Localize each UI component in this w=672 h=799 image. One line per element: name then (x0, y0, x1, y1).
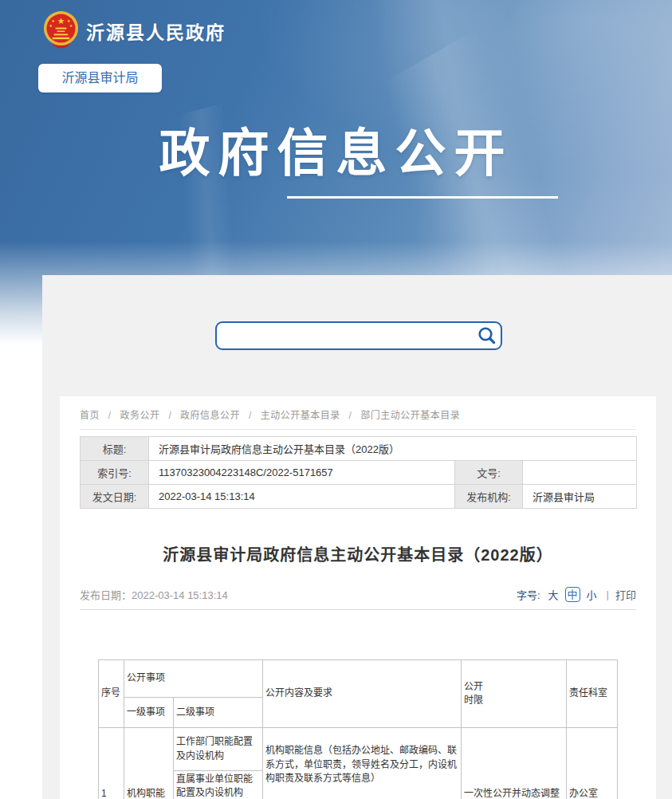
search-box (215, 321, 502, 350)
breadcrumb-item[interactable]: 政务公开 (120, 410, 160, 421)
breadcrumb-separator: / (108, 410, 112, 421)
national-emblem-icon: ★ ★ ★ ★ ★ (42, 10, 80, 51)
banner-title-underline (287, 196, 558, 199)
breadcrumb-separator: / (168, 410, 171, 421)
cell-serial-no: 1 (98, 728, 124, 799)
svg-text:★: ★ (52, 19, 56, 23)
document-meta-table: 标题: 沂源县审计局政府信息主动公开基本目录（2022版） 索引号: 11370… (80, 436, 637, 509)
publish-date: 发布日期：2022-03-14 15:13:14 (80, 587, 228, 602)
cell-level2: 工作部门职能配置及内设机构 (173, 728, 262, 771)
meta-title-label: 标题: (81, 437, 149, 461)
publish-divider (80, 609, 636, 610)
publish-date-value: 2022-03-14 15:13:14 (132, 589, 228, 601)
meta-index-label: 索引号: (81, 461, 149, 485)
header-serial-no: 序号 (98, 660, 124, 728)
meta-docno-value (523, 461, 637, 485)
site-name: 沂源县人民政府 (86, 18, 226, 45)
cell-content: 机构职能信息（包括办公地址、邮政编码、联系方式，单位职责，领导姓名及分工，内设机… (263, 728, 462, 799)
breadcrumb: 首页 / 政务公开 / 政府信息公开 / 主动公开基本目录 / 部门主动公开基本… (80, 396, 636, 421)
catalog-data-row: 1 机构职能 工作部门职能配置及内设机构 机构职能信息（包括办公地址、邮政编码、… (98, 728, 617, 771)
search-icon (477, 325, 497, 346)
svg-text:★: ★ (57, 16, 65, 26)
site-logo-link[interactable]: ★ ★ ★ ★ ★ 沂源县人民政府 (42, 10, 226, 51)
svg-text:★: ★ (49, 24, 53, 28)
breadcrumb-item[interactable]: 政府信息公开 (180, 410, 240, 421)
font-size-medium-button[interactable]: 中 (565, 587, 580, 602)
catalog-table: 序号 公开事项 公开内容及要求 公开 时限 责任科室 一级事项 二级事项 1 机… (98, 659, 618, 799)
svg-text:★: ★ (69, 24, 73, 28)
header-time-limit: 公开 时限 (462, 660, 567, 728)
breadcrumb-separator: / (349, 410, 352, 421)
font-size-label: 字号: (517, 587, 540, 602)
catalog-header-row-1: 序号 公开事项 公开内容及要求 公开 时限 责任科室 (98, 660, 617, 698)
header-content-requirements: 公开内容及要求 (263, 660, 462, 728)
meta-row-index: 索引号: 11370323004223148C/2022-5171657 文号: (81, 461, 637, 485)
header-level2-item: 二级事项 (173, 698, 262, 728)
meta-date-label: 发文日期: (81, 485, 149, 509)
header-level1-item: 一级事项 (124, 698, 173, 728)
meta-row-title: 标题: 沂源县审计局政府信息主动公开基本目录（2022版） (81, 437, 637, 461)
font-size-controls: 字号: 大 中 小 | 打印 (517, 587, 636, 602)
publish-date-label: 发布日期： (80, 589, 132, 601)
header-public-items: 公开事项 (124, 660, 262, 698)
cell-level2: 直属事业单位职能配置及内设机构 (173, 771, 262, 799)
print-button[interactable]: 打印 (615, 587, 636, 602)
meta-org-value: 沂源县审计局 (523, 485, 637, 509)
breadcrumb-current: 部门主动公开基本目录 (360, 410, 460, 421)
breadcrumb-separator: / (249, 410, 252, 421)
meta-date-value: 2022-03-14 15:13:14 (149, 485, 455, 509)
dept-button[interactable]: 沂源县审计局 (38, 64, 162, 92)
cell-level1: 机构职能 (124, 728, 173, 799)
font-size-small-button[interactable]: 小 (587, 587, 597, 602)
publish-row: 发布日期：2022-03-14 15:13:14 字号: 大 中 小 | 打印 (80, 587, 636, 602)
meta-index-value: 11370323004223148C/2022-5171657 (149, 461, 455, 485)
search-button[interactable] (474, 323, 501, 348)
meta-row-date: 发文日期: 2022-03-14 15:13:14 发布机构: 沂源县审计局 (81, 485, 637, 509)
meta-docno-label: 文号: (455, 461, 523, 485)
page: ★ ★ ★ ★ ★ 沂源县人民政府 沂源县审计局 政府信息公开 (0, 0, 672, 799)
banner-page-title: 政府信息公开 (0, 124, 672, 183)
breadcrumb-home[interactable]: 首页 (80, 410, 100, 421)
cell-time-limit: 一次性公开并动态调整 (462, 728, 567, 799)
controls-divider: | (607, 588, 609, 600)
meta-org-label: 发布机构: (455, 485, 523, 509)
breadcrumb-item[interactable]: 主动公开基本目录 (261, 410, 340, 421)
main-panel: 首页 / 政务公开 / 政府信息公开 / 主动公开基本目录 / 部门主动公开基本… (42, 275, 672, 799)
article-title: 沂源县审计局政府信息主动公开基本目录（2022版） (80, 542, 636, 565)
search-input[interactable] (217, 323, 474, 348)
svg-text:★: ★ (67, 19, 71, 23)
meta-title-value: 沂源县审计局政府信息主动公开基本目录（2022版） (149, 437, 637, 461)
breadcrumb-divider (80, 429, 636, 430)
cell-dept: 办公室 (567, 728, 618, 799)
article-card: 首页 / 政务公开 / 政府信息公开 / 主动公开基本目录 / 部门主动公开基本… (60, 396, 656, 799)
header-responsible-dept: 责任科室 (567, 660, 618, 728)
font-size-large-button[interactable]: 大 (548, 587, 559, 602)
